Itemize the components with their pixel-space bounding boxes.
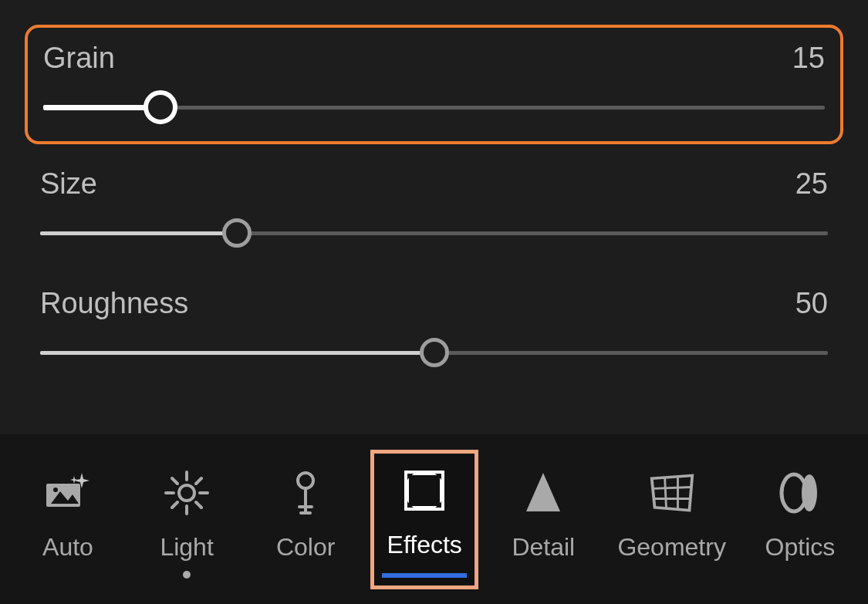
optics-icon xyxy=(777,470,823,516)
svg-point-2 xyxy=(53,488,58,492)
light-icon xyxy=(164,470,210,516)
effects-icon xyxy=(401,467,448,514)
grain-slider-group: Grain 15 xyxy=(25,25,843,144)
size-slider-thumb[interactable] xyxy=(222,218,252,248)
size-slider-group: Size 25 xyxy=(40,167,828,248)
tab-effects-indicator xyxy=(382,573,467,578)
tab-detail-label: Detail xyxy=(512,533,575,562)
tab-light-label: Light xyxy=(160,533,213,562)
light-modified-dot xyxy=(183,571,191,579)
tab-effects-label: Effects xyxy=(387,531,462,559)
roughness-slider-thumb[interactable] xyxy=(420,338,449,367)
svg-line-12 xyxy=(196,478,201,484)
roughness-label: Roughness xyxy=(40,287,188,320)
roughness-slider-group: Roughness 50 xyxy=(40,287,828,368)
svg-point-14 xyxy=(298,473,313,488)
roughness-slider[interactable] xyxy=(40,337,828,368)
tab-optics[interactable]: Optics xyxy=(746,456,854,583)
effects-panel: Grain 15 Size 25 Roughness 50 xyxy=(0,0,868,368)
tab-effects[interactable]: Effects xyxy=(370,450,478,589)
grain-slider-thumb[interactable] xyxy=(144,90,177,124)
tab-auto-label: Auto xyxy=(42,533,93,562)
svg-line-25 xyxy=(653,487,691,488)
grain-label: Grain xyxy=(43,42,115,75)
svg-marker-22 xyxy=(651,475,692,510)
svg-line-11 xyxy=(196,502,201,508)
color-icon xyxy=(282,470,329,516)
svg-point-28 xyxy=(802,474,817,511)
grain-slider[interactable] xyxy=(43,92,825,123)
tab-geometry[interactable]: Geometry xyxy=(608,456,735,583)
svg-line-10 xyxy=(172,478,177,484)
tab-auto[interactable]: Auto xyxy=(14,456,122,583)
auto-icon xyxy=(45,470,91,516)
geometry-icon xyxy=(649,470,695,516)
size-value: 25 xyxy=(795,167,828,201)
tab-color-label: Color xyxy=(276,533,335,562)
tab-light[interactable]: Light xyxy=(133,456,241,583)
size-slider[interactable] xyxy=(40,218,828,248)
svg-line-23 xyxy=(664,477,666,508)
grain-value: 15 xyxy=(792,42,825,75)
edit-tabbar: Auto Light xyxy=(0,434,868,604)
svg-rect-20 xyxy=(409,475,440,506)
svg-line-13 xyxy=(172,502,177,508)
roughness-value: 50 xyxy=(795,287,828,320)
tab-detail[interactable]: Detail xyxy=(489,456,597,583)
tab-optics-label: Optics xyxy=(765,533,836,562)
svg-point-5 xyxy=(179,485,194,501)
svg-marker-4 xyxy=(70,476,78,484)
svg-marker-21 xyxy=(526,473,560,511)
tab-color[interactable]: Color xyxy=(252,456,360,583)
tab-geometry-label: Geometry xyxy=(617,533,725,562)
detail-icon xyxy=(520,470,566,516)
size-label: Size xyxy=(40,167,97,201)
